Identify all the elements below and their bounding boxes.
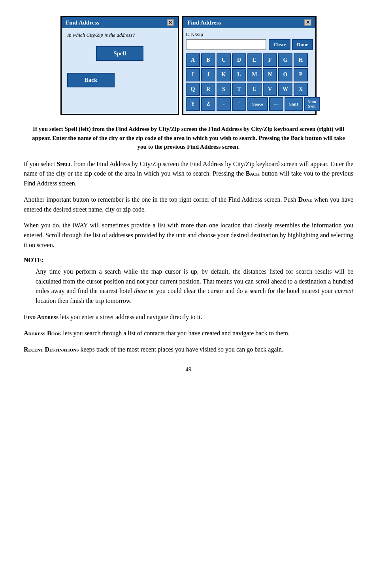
left-panel-titlebar: Find Address ✕ (62, 17, 178, 28)
action-buttons: Clear Done (269, 39, 313, 50)
key-D[interactable]: D (232, 53, 246, 67)
key-J[interactable]: J (201, 68, 215, 81)
key-O[interactable]: O (278, 68, 292, 81)
feature-address-book: Address Book lets you search through a l… (24, 329, 353, 338)
key-P[interactable]: P (294, 68, 308, 81)
key-G[interactable]: G (278, 53, 292, 67)
left-panel: Find Address ✕ In which City/Zip is the … (60, 16, 179, 115)
page-number: 49 (24, 366, 353, 373)
key-F[interactable]: F (263, 53, 277, 67)
right-panel-close-button[interactable]: ✕ (304, 19, 311, 26)
done-button[interactable]: Done (292, 39, 313, 50)
paragraph-3: When you do, the iWAY will sometimes pro… (24, 221, 353, 250)
back-button[interactable]: Back (67, 73, 115, 87)
key-row-2: I J K L M N O P (186, 68, 313, 81)
key-Q[interactable]: Q (186, 83, 200, 96)
left-panel-title: Find Address (66, 19, 99, 26)
right-panel-title: Find Address (187, 19, 221, 26)
feature-recent-destinations: Recent Destinations keeps track of the m… (24, 345, 353, 355)
screenshot-area: Find Address ✕ In which City/Zip is the … (24, 16, 353, 115)
key-Z[interactable]: Z (201, 97, 215, 111)
key-M[interactable]: M (247, 68, 262, 81)
key-I[interactable]: I (186, 68, 200, 81)
key-space[interactable]: Space (247, 97, 268, 111)
clear-button[interactable]: Clear (269, 39, 290, 50)
left-panel-close-button[interactable]: ✕ (167, 19, 174, 26)
spell-button[interactable]: Spell (96, 46, 143, 61)
key-H[interactable]: H (294, 53, 308, 67)
keyboard: A B C D E F G H I J K L M N O (186, 53, 313, 111)
right-panel-titlebar: Find Address ✕ (183, 17, 315, 28)
key-row-3: Q R S T U V W X (186, 83, 313, 96)
key-apostrophe[interactable]: ' (232, 97, 246, 111)
key-row-4: Y Z - ' Space ← Shift NumSym (186, 97, 313, 111)
feature-find-address: Find Address lets you enter a street add… (24, 312, 353, 322)
key-T[interactable]: T (232, 83, 246, 96)
key-A[interactable]: A (186, 53, 200, 67)
key-hyphen[interactable]: - (217, 97, 231, 111)
right-panel: Find Address ✕ City/Zip Clear Done A B C… (182, 16, 317, 115)
key-L[interactable]: L (232, 68, 246, 81)
key-V[interactable]: V (263, 83, 277, 96)
note-section: NOTE: Any time you perform a search whil… (24, 257, 353, 306)
key-B[interactable]: B (201, 53, 215, 67)
key-C[interactable]: C (217, 53, 231, 67)
key-backspace[interactable]: ← (269, 97, 283, 111)
key-numsym[interactable]: NumSym (304, 97, 320, 111)
key-R[interactable]: R (201, 83, 215, 96)
city-zip-label: City/Zip (186, 31, 313, 38)
key-W[interactable]: W (278, 83, 292, 96)
right-panel-body: City/Zip Clear Done A B C D E F G (183, 28, 315, 114)
city-zip-input[interactable] (186, 39, 266, 50)
city-zip-row: Clear Done (186, 39, 313, 50)
key-U[interactable]: U (247, 83, 262, 96)
paragraph-2: Another important button to remember is … (24, 195, 353, 215)
note-body: Any time you perform a search while the … (36, 267, 353, 306)
key-E[interactable]: E (247, 53, 262, 67)
key-row-1: A B C D E F G H (186, 53, 313, 67)
left-panel-question: In which City/Zip is the address? (67, 32, 172, 38)
key-S[interactable]: S (217, 83, 231, 96)
key-Y[interactable]: Y (186, 97, 200, 111)
key-shift[interactable]: Shift (285, 97, 303, 111)
paragraph-1: If you select Spell from the Find Addres… (24, 159, 353, 189)
note-label: NOTE: (24, 257, 353, 264)
left-panel-body: In which City/Zip is the address? Spell … (62, 28, 178, 91)
key-K[interactable]: K (217, 68, 231, 81)
key-N[interactable]: N (263, 68, 277, 81)
bold-caption: If you select Spell (left) from the Find… (24, 125, 353, 151)
key-X[interactable]: X (294, 83, 308, 96)
